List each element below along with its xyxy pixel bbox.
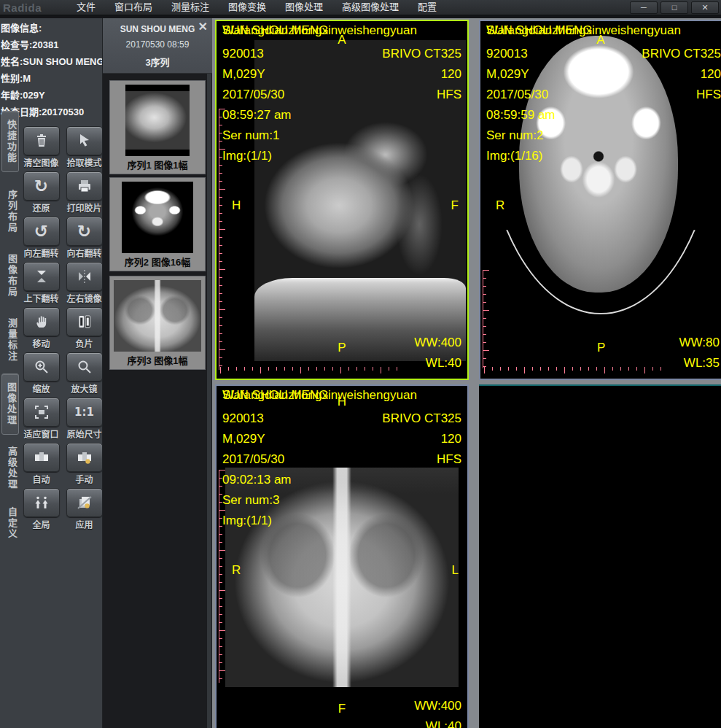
- tool-pick-mode: 拾取模式: [65, 126, 104, 169]
- viewport-2[interactable]: Wafangdianzhongxinweishengyuan SUN SHOU …: [479, 20, 721, 380]
- actual-size-button[interactable]: 1:1: [66, 398, 103, 427]
- tool-apply: 应用: [65, 488, 104, 530]
- rotate-left-icon: ↺: [34, 223, 48, 240]
- minimize-button[interactable]: ─: [630, 1, 658, 14]
- info-age: 年龄:029Y: [0, 87, 102, 104]
- sidebar-tab-custom[interactable]: 自定义: [1, 502, 19, 544]
- global-button[interactable]: [23, 488, 60, 517]
- fit-window-button[interactable]: [23, 398, 60, 427]
- thumbnail-chest-scout-image: [114, 280, 201, 352]
- series-panel: SUN SHOU MENG 20170530 08:59 3序列 ✕ 序列1 图…: [103, 18, 212, 728]
- cursor-icon: [75, 131, 94, 150]
- zoom-button[interactable]: [23, 352, 60, 382]
- menu-image-transform[interactable]: 图像变换: [219, 0, 276, 15]
- horizontal-ruler: [220, 367, 404, 373]
- orientation-marker-left: R: [232, 563, 241, 578]
- menu-measure-annotate[interactable]: 测量标注: [162, 0, 219, 15]
- series-close-icon[interactable]: ✕: [198, 21, 208, 33]
- one-to-one-icon: 1:1: [74, 407, 94, 418]
- sidebar-tab-image-layout[interactable]: 图像布局: [1, 248, 19, 303]
- flip-vertical-button[interactable]: [23, 262, 60, 291]
- orientation-marker-right: L: [452, 563, 459, 578]
- clear-image-button[interactable]: [23, 126, 60, 155]
- orientation-overlay: HFS: [642, 85, 721, 105]
- overlay-right-column: BRIVO CT325 120 HFS: [382, 408, 461, 470]
- menu-window-layout[interactable]: 窗口布局: [105, 0, 162, 15]
- tool-actual-size: 1:1 原始尺寸: [65, 398, 104, 440]
- time-overlay: 08:59:27 am: [222, 105, 292, 125]
- pick-mode-button[interactable]: [66, 126, 103, 155]
- overlay-left-column: 920013 M,029Y 2017/05/30 09:02:13 am Ser…: [222, 408, 292, 531]
- viewport-1[interactable]: Wafangdianzhongxinweishengyuan SUN SHOU …: [215, 20, 469, 380]
- auto-button[interactable]: [23, 443, 60, 472]
- magnifier-button[interactable]: [66, 352, 103, 382]
- series-thumbnail-3[interactable]: 序列3 图像1幅: [109, 276, 206, 370]
- negative-button[interactable]: [66, 307, 103, 336]
- menu-config[interactable]: 配置: [408, 0, 446, 15]
- series-2-label: 序列2 图像16幅: [110, 255, 205, 268]
- sidebar-tab-quick-functions[interactable]: 快捷功能: [1, 111, 19, 172]
- auto-icon: [32, 448, 51, 467]
- window-level: WL:35: [679, 353, 720, 373]
- tool-rotate-right: ↻ 向右翻转: [65, 217, 104, 259]
- printer-icon: [75, 177, 94, 195]
- series-thumbnail-1[interactable]: 序列1 图像1幅: [109, 80, 206, 174]
- series-number-overlay: Ser num:3: [222, 490, 292, 511]
- close-button[interactable]: ✕: [691, 1, 719, 14]
- tool-auto: 自动: [22, 443, 61, 485]
- series-3-label: 序列3 图像1幅: [110, 353, 205, 367]
- series-thumbnail-2[interactable]: 序列2 图像16幅: [109, 177, 206, 271]
- tool-fit-window: 适应窗口: [22, 398, 61, 440]
- window-width: WW:80: [679, 333, 720, 353]
- apply-button[interactable]: [66, 488, 103, 517]
- viewport-3[interactable]: Wafangdianzhongxinweishengyuan SUN SHOU …: [215, 384, 469, 728]
- negative-icon: [75, 312, 94, 331]
- trash-icon: [32, 131, 51, 150]
- window-level: WL:40: [414, 716, 461, 728]
- orientation-overlay: HFS: [382, 449, 461, 470]
- info-name: 姓名:SUN SHOU MENG: [0, 53, 102, 70]
- image-number-overlay: Img:(1/1): [222, 511, 292, 531]
- accession-overlay: 920013: [222, 408, 292, 429]
- manual-button[interactable]: [66, 443, 103, 472]
- vertical-ruler: [483, 270, 489, 368]
- rotate-left-button[interactable]: ↺: [23, 217, 60, 246]
- overlay-left-column: 920013 M,029Y 2017/05/30 08:59:27 am Ser…: [222, 44, 292, 166]
- print-film-button[interactable]: [66, 171, 103, 201]
- series-count: 3序列: [103, 55, 212, 69]
- image-number-overlay: Img:(1/16): [486, 146, 556, 166]
- orientation-marker-right: F: [451, 198, 459, 213]
- sex-age-overlay: M,029Y: [486, 64, 556, 85]
- overlay-left-column: 920013 M,029Y 2017/05/30 08:59:59 am Ser…: [486, 44, 556, 166]
- series-scrollbar[interactable]: [207, 74, 211, 728]
- maximize-button[interactable]: □: [660, 1, 688, 14]
- move-button[interactable]: [23, 307, 60, 336]
- viewport-4-empty[interactable]: [479, 384, 721, 728]
- hand-icon: [32, 312, 51, 331]
- sidebar-tab-advanced-processing[interactable]: 高级处理: [1, 441, 19, 496]
- fit-window-icon: [32, 403, 51, 422]
- thumbnail-axial-ct-image: [122, 182, 193, 253]
- series-header: SUN SHOU MENG 20170530 08:59 3序列 ✕: [103, 18, 212, 74]
- tool-negative: 负片: [65, 307, 104, 349]
- menu-file[interactable]: 文件: [67, 0, 105, 15]
- restore-button[interactable]: ↻: [23, 171, 60, 201]
- restore-icon: ↻: [34, 178, 48, 195]
- rotate-right-button[interactable]: ↻: [66, 217, 103, 246]
- sidebar-tab-measure-annotate[interactable]: 测量标注: [1, 312, 19, 368]
- sidebar-tab-series-layout[interactable]: 序列布局: [1, 184, 19, 239]
- tool-mirror-horizontal: 左右镜像: [65, 262, 104, 304]
- window-level-overlay: WW:400 WL:40: [414, 333, 461, 373]
- menu-image-processing[interactable]: 图像处理: [276, 0, 332, 15]
- sidebar-tab-image-processing[interactable]: 图像处理: [1, 373, 19, 435]
- tool-manual: 手动: [65, 443, 104, 485]
- orientation-marker-bottom: P: [597, 341, 605, 355]
- mirror-horizontal-button[interactable]: [66, 262, 103, 291]
- time-overlay: 09:02:13 am: [222, 470, 292, 490]
- menu-advanced-processing[interactable]: 高级图像处理: [332, 0, 408, 15]
- orientation-marker-top: H: [217, 395, 467, 409]
- tool-flip-vertical: 上下翻转: [22, 262, 61, 304]
- tool-global: 全局: [22, 488, 61, 530]
- window-width: WW:400: [414, 333, 461, 353]
- kv-overlay: 120: [382, 429, 461, 449]
